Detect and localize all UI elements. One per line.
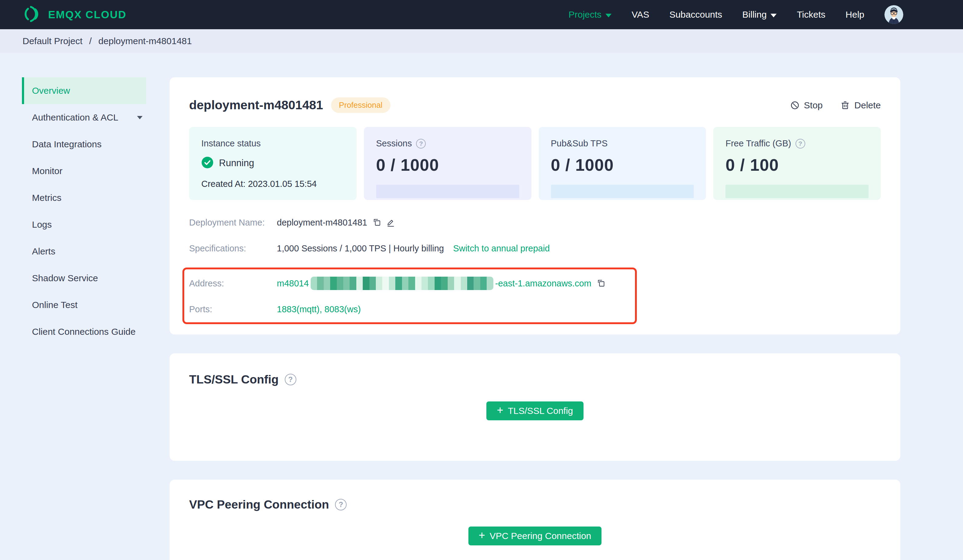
status-text: Running [219, 158, 254, 168]
breadcrumb-deployment[interactable]: deployment-m4801481 [98, 36, 192, 46]
vpc-peering-title: VPC Peering Connection [189, 498, 329, 511]
delete-button[interactable]: Delete [840, 100, 881, 110]
page-body: Overview Authentication & ACL Data Integ… [0, 53, 963, 560]
nav-item-billing[interactable]: Billing [742, 10, 777, 20]
stop-icon [790, 100, 800, 110]
deployment-actions: Stop Delete [790, 100, 881, 110]
traffic-progress-bar [725, 185, 869, 198]
add-vpc-peering-button[interactable]: + VPC Peering Connection [469, 526, 602, 545]
deployment-name-row: Deployment Name: deployment-m4801481 [189, 216, 881, 229]
chevron-down-icon [770, 14, 777, 17]
ports-row: Ports: 1883(mqtt), 8083(ws) [189, 303, 635, 316]
sessions-card: Sessions ? 0 / 1000 [364, 127, 532, 200]
instance-status-card: Instance status Running Created At: 2023… [189, 127, 357, 200]
sidebar-item-online-test[interactable]: Online Test [22, 291, 146, 318]
top-nav: EMQX CLOUD Projects VAS Subaccounts Bill… [0, 0, 963, 29]
sidebar-item-monitor[interactable]: Monitor [22, 158, 146, 185]
breadcrumb-project[interactable]: Default Project [23, 36, 83, 46]
chevron-down-icon [605, 14, 611, 17]
sidebar-item-data-integrations[interactable]: Data Integrations [22, 131, 146, 158]
help-icon[interactable]: ? [285, 374, 296, 385]
emqx-logo-icon [22, 4, 41, 25]
edit-icon[interactable] [386, 218, 395, 227]
sidebar-item-logs[interactable]: Logs [22, 211, 146, 238]
copy-icon[interactable] [372, 218, 381, 227]
check-circle-icon [201, 157, 214, 170]
specifications-label: Specifications: [189, 243, 277, 254]
tps-progress-bar [551, 185, 694, 198]
deployment-name-value: deployment-m4801481 [277, 218, 367, 228]
main-content: deployment-m4801481 Professional Stop [170, 53, 900, 560]
traffic-label: Free Traffic (GB) [725, 139, 791, 149]
status-row: Running [201, 157, 344, 170]
chevron-down-icon [137, 116, 143, 119]
address-prefix: m48014 [277, 278, 309, 288]
tps-value: 0 / 1000 [551, 155, 694, 175]
nav-item-tickets[interactable]: Tickets [797, 10, 825, 20]
help-icon[interactable]: ? [416, 139, 426, 149]
deployment-header: deployment-m4801481 Professional Stop [189, 97, 881, 113]
traffic-value: 0 / 100 [725, 155, 869, 175]
ports-value: 1883(mqtt), 8083(ws) [277, 304, 361, 314]
sidebar-item-shadow-service[interactable]: Shadow Service [22, 265, 146, 291]
help-icon[interactable]: ? [335, 499, 347, 510]
add-tls-ssl-config-button[interactable]: + TLS/SSL Config [486, 401, 583, 420]
stop-button[interactable]: Stop [790, 100, 823, 110]
stats-row: Instance status Running Created At: 2023… [189, 127, 881, 200]
address-redaction [311, 277, 493, 290]
sidebar-item-client-connections-guide[interactable]: Client Connections Guide [22, 318, 146, 345]
help-icon[interactable]: ? [796, 139, 805, 149]
deployment-details: Deployment Name: deployment-m4801481 [189, 216, 881, 324]
sessions-progress-bar [376, 185, 519, 198]
plus-icon: + [497, 405, 503, 416]
breadcrumb: Default Project / deployment-m4801481 [0, 29, 963, 53]
plan-badge: Professional [331, 97, 391, 113]
address-suffix: -east-1.amazonaws.com [495, 278, 592, 288]
created-at: Created At: 2023.01.05 15:54 [201, 179, 344, 189]
address-row: Address: m48014 -east-1.amazonaws.com [189, 277, 635, 290]
specifications-value: 1,000 Sessions / 1,000 TPS | Hourly bill… [277, 243, 444, 254]
annotation-highlight-box: Address: m48014 -east-1.amazonaws.com [182, 267, 637, 324]
tls-ssl-card: TLS/SSL Config ? + TLS/SSL Config [170, 353, 900, 461]
specifications-row: Specifications: 1,000 Sessions / 1,000 T… [189, 242, 881, 255]
nav-item-projects[interactable]: Projects [569, 10, 611, 20]
deployment-title: deployment-m4801481 [189, 98, 323, 112]
nav-item-subaccounts[interactable]: Subaccounts [670, 10, 722, 20]
sidebar-item-authentication-acl[interactable]: Authentication & ACL [22, 104, 146, 131]
sidebar-item-metrics[interactable]: Metrics [22, 185, 146, 211]
pubsub-tps-card: Pub&Sub TPS 0 / 1000 [539, 127, 706, 200]
copy-icon[interactable] [596, 279, 605, 288]
nav-menu: Projects VAS Subaccounts Billing Tickets… [569, 5, 903, 24]
deployment-overview-card: deployment-m4801481 Professional Stop [170, 77, 900, 335]
sidebar: Overview Authentication & ACL Data Integ… [0, 53, 170, 560]
tls-ssl-title: TLS/SSL Config [189, 373, 279, 386]
address-label: Address: [189, 278, 277, 288]
trash-icon [840, 100, 850, 110]
breadcrumb-separator: / [89, 36, 92, 46]
instance-status-label: Instance status [201, 139, 344, 149]
user-avatar[interactable] [884, 5, 903, 24]
plus-icon: + [479, 530, 485, 541]
brand[interactable]: EMQX CLOUD [22, 4, 126, 25]
free-traffic-card: Free Traffic (GB) ? 0 / 100 [713, 127, 881, 200]
vpc-peering-card: VPC Peering Connection ? + VPC Peering C… [170, 480, 900, 560]
ports-label: Ports: [189, 304, 277, 314]
tps-label: Pub&Sub TPS [551, 139, 608, 149]
switch-annual-prepaid-link[interactable]: Switch to annual prepaid [453, 243, 550, 254]
sidebar-item-alerts[interactable]: Alerts [22, 238, 146, 265]
nav-item-help[interactable]: Help [845, 10, 864, 20]
nav-item-vas[interactable]: VAS [632, 10, 649, 20]
sidebar-item-overview[interactable]: Overview [22, 77, 146, 104]
sessions-label: Sessions [376, 139, 412, 149]
sessions-value: 0 / 1000 [376, 155, 519, 175]
brand-name: EMQX CLOUD [48, 8, 126, 21]
deployment-name-label: Deployment Name: [189, 218, 277, 228]
